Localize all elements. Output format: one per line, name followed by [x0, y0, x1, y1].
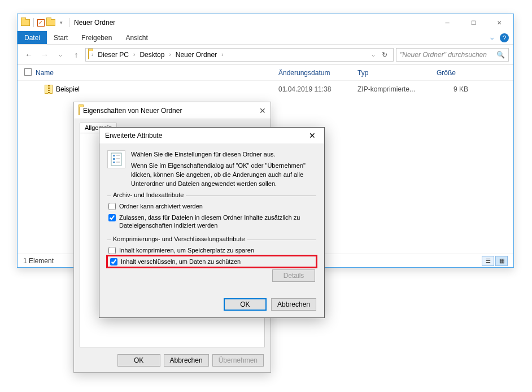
ribbon-expand-icon[interactable]: ⌵: [490, 34, 494, 41]
breadcrumb-item[interactable]: Desktop: [137, 51, 167, 59]
chevron-right-icon[interactable]: ›: [132, 51, 136, 58]
address-bar[interactable]: › Dieser PC › Desktop › Neuer Ordner › ⌵…: [85, 48, 394, 62]
cancel-button[interactable]: Abbrechen: [271, 298, 316, 311]
checkbox-encrypt[interactable]: Inhalt verschlüsseln, um Daten zu schütz…: [110, 258, 241, 265]
cancel-button[interactable]: Abbrechen: [164, 354, 209, 367]
svg-rect-0: [111, 153, 121, 165]
group-archive-label: Archiv- und Indexattribute: [111, 191, 186, 198]
group-archive-index: Archiv- und Indexattribute Ordner kann a…: [107, 195, 316, 235]
view-details-button[interactable]: ☰: [482, 256, 494, 266]
group-compress-label: Komprimierungs- und Verschlüsselungsattr…: [111, 236, 247, 242]
forward-button[interactable]: →: [38, 48, 51, 62]
settings-page-icon: [107, 150, 125, 168]
search-input[interactable]: "Neuer Ordner" durchsuchen 🔍: [396, 48, 509, 62]
checkbox-archive-input[interactable]: [108, 203, 116, 210]
properties-titlebar: Eigenschaften von Neuer Ordner ✕: [74, 102, 271, 119]
folder-icon: [46, 18, 55, 27]
checkbox-compress-input[interactable]: [108, 247, 116, 254]
back-button[interactable]: ←: [22, 48, 36, 62]
address-dropdown-icon[interactable]: ⌵: [368, 51, 378, 58]
close-icon[interactable]: ✕: [259, 106, 266, 115]
view-icons-button[interactable]: ▦: [495, 256, 508, 266]
zip-icon: [45, 85, 53, 94]
breadcrumb-item[interactable]: Dieser PC: [95, 51, 131, 59]
column-headers: Name Änderungsdatum Typ Größe: [18, 65, 513, 81]
folder-icon: [88, 51, 89, 59]
svg-rect-1: [113, 155, 115, 156]
checkbox-compress[interactable]: Inhalt komprimieren, um Speicherplatz zu…: [108, 245, 315, 256]
dropdown-caret-icon[interactable]: ▾: [56, 18, 66, 27]
tab-view[interactable]: Ansicht: [119, 31, 154, 44]
col-name[interactable]: Name: [36, 69, 278, 77]
search-icon[interactable]: 🔍: [496, 51, 505, 59]
ok-button[interactable]: OK: [117, 354, 160, 367]
advanced-intro-1: Wählen Sie die Einstellungen für diesen …: [131, 150, 316, 159]
advanced-title: Erweiterte Attribute: [105, 132, 162, 140]
file-date: 01.04.2019 11:38: [278, 85, 357, 93]
search-placeholder: "Neuer Ordner" durchsuchen: [400, 51, 487, 59]
status-text: 1 Element: [23, 257, 54, 265]
svg-rect-2: [113, 158, 115, 160]
details-button[interactable]: Details: [272, 269, 315, 282]
refresh-icon[interactable]: ↻: [378, 51, 391, 59]
chevron-right-icon[interactable]: ›: [168, 51, 172, 58]
advanced-titlebar: Erweiterte Attribute ✕: [99, 128, 324, 143]
nav-row: ← → ⌵ ↑ › Dieser PC › Desktop › Neuer Or…: [18, 45, 513, 65]
tab-start[interactable]: Start: [47, 31, 75, 44]
select-all-checkbox[interactable]: [24, 68, 32, 76]
ok-button[interactable]: OK: [224, 298, 267, 311]
svg-rect-3: [113, 162, 115, 163]
checkbox-encrypt-label: Inhalt verschlüsseln, um Daten zu schütz…: [121, 258, 241, 265]
quickaccess-check-icon[interactable]: [36, 18, 45, 27]
up-button[interactable]: ↑: [69, 48, 83, 62]
checkbox-archive[interactable]: Ordner kann archiviert werden: [108, 201, 315, 212]
file-type: ZIP-komprimierte...: [357, 85, 437, 93]
tab-file[interactable]: Datei: [18, 31, 47, 44]
file-row[interactable]: Beispiel 01.04.2019 11:38 ZIP-komprimier…: [24, 83, 507, 95]
checkbox-index-input[interactable]: [108, 214, 116, 221]
file-size: 9 KB: [437, 85, 482, 93]
folder-icon: [79, 107, 80, 115]
recent-dropdown-icon[interactable]: ⌵: [54, 48, 67, 62]
col-date[interactable]: Änderungsdatum: [278, 69, 357, 77]
checkbox-index-label: Zulassen, dass für Dateien in diesem Ord…: [119, 214, 315, 230]
window-title: Neuer Ordner: [74, 19, 115, 27]
checkbox-compress-label: Inhalt komprimieren, um Speicherplatz zu…: [119, 246, 254, 254]
apply-button[interactable]: Übernehmen: [212, 354, 264, 367]
checkbox-encrypt-input[interactable]: [110, 258, 117, 265]
chevron-right-icon[interactable]: ›: [90, 51, 94, 58]
breadcrumb-item[interactable]: Neuer Ordner: [173, 51, 219, 59]
minimize-button[interactable]: ─: [434, 14, 460, 31]
file-name: Beispiel: [56, 85, 80, 93]
tab-share[interactable]: Freigeben: [75, 31, 119, 44]
file-list: Beispiel 01.04.2019 11:38 ZIP-komprimier…: [18, 81, 513, 98]
titlebar: ▾ Neuer Ordner ─ ☐ ✕: [18, 14, 513, 31]
advanced-intro-2: Wenn Sie im Eigenschaftendialog auf "OK"…: [131, 162, 316, 189]
folder-icon: [21, 18, 30, 27]
checkbox-archive-label: Ordner kann archiviert werden: [119, 202, 203, 210]
ribbon: Datei Start Freigeben Ansicht ⌵ ?: [18, 31, 513, 45]
close-icon[interactable]: ✕: [303, 129, 322, 142]
encrypt-highlight: Inhalt verschlüsseln, um Daten zu schütz…: [106, 255, 317, 268]
col-type[interactable]: Typ: [357, 69, 437, 77]
maximize-button[interactable]: ☐: [460, 14, 486, 31]
close-button[interactable]: ✕: [486, 14, 512, 31]
help-icon[interactable]: ?: [500, 33, 509, 42]
checkbox-index[interactable]: Zulassen, dass für Dateien in diesem Ord…: [108, 212, 315, 232]
group-compress-encrypt: Komprimierungs- und Verschlüsselungsattr…: [107, 239, 316, 286]
chevron-right-icon[interactable]: ›: [220, 51, 224, 58]
properties-title: Eigenschaften von Neuer Ordner: [83, 107, 182, 115]
advanced-attributes-dialog: Erweiterte Attribute ✕ Wählen Sie die Ei…: [99, 127, 325, 318]
col-size[interactable]: Größe: [437, 69, 482, 77]
